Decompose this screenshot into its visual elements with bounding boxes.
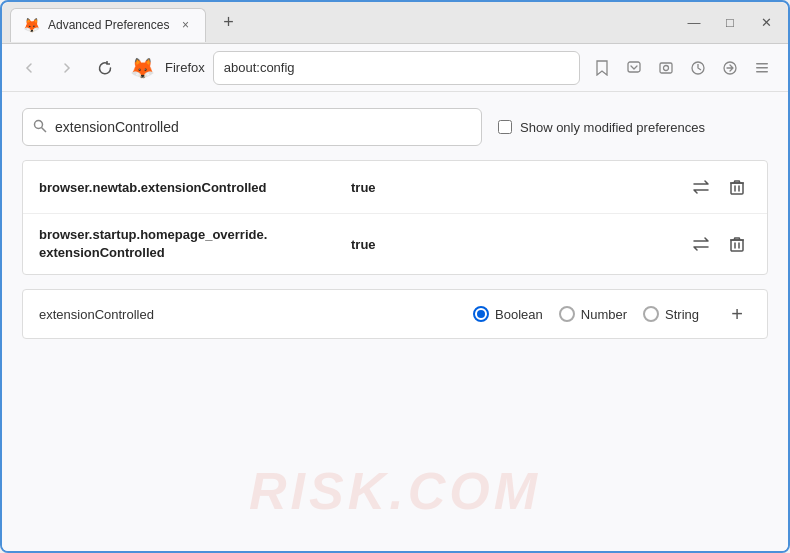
delete-button-1[interactable] [723,173,751,201]
pref-value-1: true [351,180,376,195]
container-icon[interactable] [684,54,712,82]
type-radio-group: Boolean Number String [473,306,699,322]
toggle-button-1[interactable] [687,173,715,201]
bookmark-icon[interactable] [588,54,616,82]
svg-rect-2 [660,63,672,73]
number-radio-indicator [559,306,575,322]
boolean-label: Boolean [495,307,543,322]
new-pref-name: extensionControlled [39,307,159,322]
close-button[interactable]: ✕ [752,9,780,37]
firefox-brand-label: Firefox [165,60,205,75]
delete-button-2[interactable] [723,230,751,258]
window-controls: — □ ✕ [680,9,780,37]
screenshot-icon[interactable] [652,54,680,82]
string-label: String [665,307,699,322]
tab-favicon: 🦊 [23,17,40,33]
pref-name-2: browser.startup.homepage_override. exten… [39,226,339,262]
pocket-icon[interactable] [620,54,648,82]
show-modified-label: Show only modified preferences [520,120,705,135]
svg-rect-1 [628,62,640,72]
number-label: Number [581,307,627,322]
nav-bar: 🦊 Firefox about:config [2,44,788,92]
pref-name-1: browser.newtab.extensionControlled [39,180,339,195]
svg-rect-12 [731,240,743,251]
string-radio-indicator [643,306,659,322]
add-pref-row: extensionControlled Boolean Number Strin… [22,289,768,339]
svg-rect-8 [756,71,768,73]
menu-icon[interactable] [748,54,776,82]
title-bar: 🦊 Advanced Preferences × + — □ ✕ [2,2,788,44]
maximize-button[interactable]: □ [716,9,744,37]
table-row: browser.newtab.extensionControlled true [23,161,767,214]
preference-search-box[interactable] [22,108,482,146]
type-boolean-option[interactable]: Boolean [473,306,543,322]
search-input[interactable] [55,119,471,135]
sync-icon[interactable] [716,54,744,82]
show-modified-option[interactable]: Show only modified preferences [498,120,705,135]
table-row: browser.startup.homepage_override. exten… [23,214,767,274]
firefox-logo-icon: 🦊 [130,56,155,80]
url-text: about:config [224,60,295,75]
boolean-radio-indicator [473,306,489,322]
svg-point-3 [664,65,669,70]
pref-value-2: true [351,237,376,252]
type-string-option[interactable]: String [643,306,699,322]
search-icon [33,119,47,136]
tab-close-button[interactable]: × [177,17,193,33]
browser-window: 🦊 Advanced Preferences × + — □ ✕ 🦊 Firef… [0,0,790,553]
nav-icon-group [588,54,776,82]
watermark: RISK.COM [249,461,541,521]
new-tab-button[interactable]: + [214,9,242,37]
reload-button[interactable] [90,53,120,83]
svg-rect-11 [731,183,743,194]
results-table: browser.newtab.extensionControlled true [22,160,768,275]
tab-title: Advanced Preferences [48,18,169,32]
show-modified-checkbox[interactable] [498,120,512,134]
row-actions-1 [687,173,751,201]
forward-button[interactable] [52,53,82,83]
svg-rect-6 [756,63,768,65]
toggle-button-2[interactable] [687,230,715,258]
active-tab[interactable]: 🦊 Advanced Preferences × [10,8,206,42]
svg-point-9 [35,120,43,128]
row-actions-2 [687,230,751,258]
page-content: RISK.COM Show only modified preferences … [2,92,788,551]
svg-rect-7 [756,67,768,69]
add-pref-button[interactable]: + [723,300,751,328]
svg-marker-0 [597,61,607,75]
svg-line-10 [42,127,47,132]
back-button[interactable] [14,53,44,83]
minimize-button[interactable]: — [680,9,708,37]
type-number-option[interactable]: Number [559,306,627,322]
search-row: Show only modified preferences [22,108,768,146]
address-bar[interactable]: about:config [213,51,580,85]
